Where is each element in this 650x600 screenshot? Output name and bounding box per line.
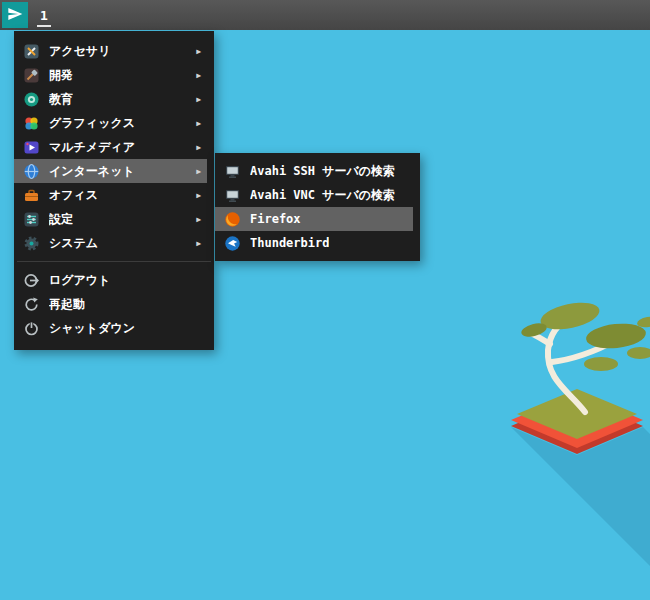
menu-item-internet[interactable]: インターネット ▶ [14,159,207,183]
firefox-icon [224,211,241,228]
accessories-icon [23,43,40,60]
submenu-arrow-icon: ▶ [190,143,201,152]
menu-item-label: アクセサリ [49,43,110,60]
menu-item-logout[interactable]: ログアウト [14,268,207,292]
thunderbird-icon [224,235,241,252]
multimedia-icon [23,139,40,156]
monitor-icon [224,163,241,180]
menu-item-restart[interactable]: 再起動 [14,292,207,316]
submenu-item-label: Avahi SSH サーバの検索 [250,163,395,180]
submenu-arrow-icon: ▶ [190,71,201,80]
system-gear-icon [23,235,40,252]
app-menu-button[interactable] [2,2,28,28]
menu-item-settings[interactable]: 設定 ▶ [14,207,207,231]
top-panel: 1 [0,0,650,30]
monitor-icon [224,187,241,204]
submenu-item-label: Firefox [250,212,301,226]
submenu-arrow-icon: ▶ [190,119,201,128]
menu-item-label: ログアウト [49,272,110,289]
menu-item-graphics[interactable]: グラフィックス ▶ [14,111,207,135]
internet-icon [23,163,40,180]
menu-item-multimedia[interactable]: マルチメディア ▶ [14,135,207,159]
menu-item-label: 教育 [49,91,73,108]
submenu-arrow-icon: ▶ [190,95,201,104]
shutdown-power-icon [23,320,40,337]
menu-item-label: マルチメディア [49,139,135,156]
internet-submenu: Avahi SSH サーバの検索 Avahi VNC サーバの検索 Firefo… [215,153,420,261]
office-icon [23,187,40,204]
submenu-item-thunderbird[interactable]: Thunderbird [215,231,413,255]
submenu-item-label: Thunderbird [250,236,329,250]
submenu-item-firefox[interactable]: Firefox [215,207,413,231]
submenu-item-avahi-ssh[interactable]: Avahi SSH サーバの検索 [215,159,413,183]
menu-item-label: グラフィックス [49,115,135,132]
settings-icon [23,211,40,228]
education-icon [23,91,40,108]
menu-item-label: システム [49,235,98,252]
workspace-label: 1 [40,8,48,23]
graphics-icon [23,115,40,132]
menu-item-label: 設定 [49,211,73,228]
submenu-arrow-icon: ▶ [190,215,201,224]
menu-item-office[interactable]: オフィス ▶ [14,183,207,207]
submenu-arrow-icon: ▶ [190,191,201,200]
submenu-item-label: Avahi VNC サーバの検索 [250,187,395,204]
workspace-pager-1[interactable]: 1 [32,0,56,30]
menu-item-label: シャットダウン [49,320,135,337]
restart-icon [23,296,40,313]
menu-item-label: 開発 [49,67,73,84]
submenu-arrow-icon: ▶ [190,239,201,248]
logout-icon [23,272,40,289]
menu-item-accessories[interactable]: アクセサリ ▶ [14,39,207,63]
application-menu: アクセサリ ▶ 開発 ▶ 教育 ▶ グラフィックス ▶ マルチメディア ▶ イン… [14,31,214,350]
paper-plane-icon [7,6,23,25]
desktop: { "panel": { "workspace_label": "1" }, "… [0,0,650,600]
menu-item-system[interactable]: システム ▶ [14,231,207,255]
menu-separator [17,261,211,262]
menu-item-label: インターネット [49,163,135,180]
menu-item-label: オフィス [49,187,98,204]
submenu-arrow-icon: ▶ [190,167,201,176]
menu-item-development[interactable]: 開発 ▶ [14,63,207,87]
development-icon [23,67,40,84]
menu-item-label: 再起動 [49,296,85,313]
submenu-item-avahi-vnc[interactable]: Avahi VNC サーバの検索 [215,183,413,207]
menu-item-education[interactable]: 教育 ▶ [14,87,207,111]
menu-item-shutdown[interactable]: シャットダウン [14,316,207,340]
submenu-arrow-icon: ▶ [190,47,201,56]
